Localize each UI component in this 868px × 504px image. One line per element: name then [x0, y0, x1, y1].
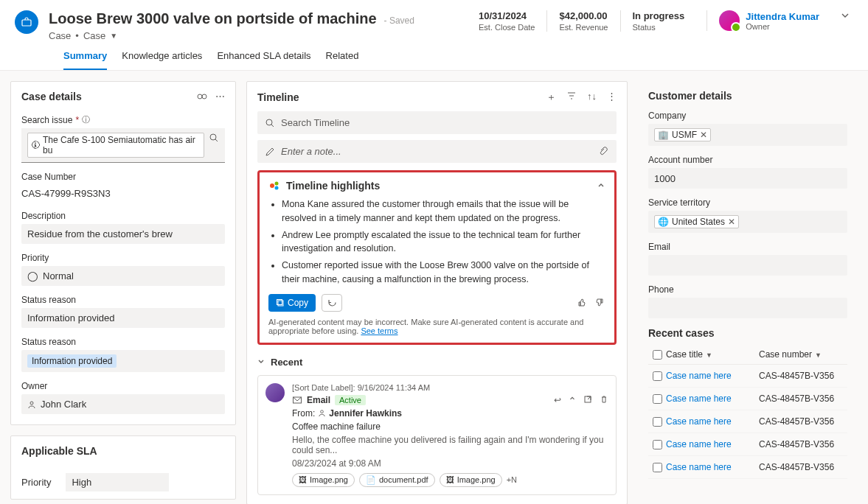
case-number-label: Case Number — [21, 172, 225, 182]
thumbs-down-button[interactable] — [594, 297, 605, 308]
metric: 10/31/2024Est. Close Date — [467, 10, 546, 32]
search-issue-input[interactable]: 🛈The Cafe S-100 Semiautomatic has air bu — [21, 128, 225, 163]
owner-block[interactable]: Jittendra Kumar Owner — [706, 10, 819, 31]
attach-icon[interactable] — [599, 147, 609, 157]
status-reason2-value[interactable]: Information provided — [21, 350, 225, 372]
refresh-button[interactable] — [322, 294, 342, 312]
ai-disclaimer: AI-generated content may be incorrect. M… — [268, 318, 605, 335]
row-checkbox[interactable] — [653, 440, 662, 449]
avatar — [265, 383, 285, 402]
row-checkbox[interactable] — [653, 463, 662, 472]
email-input[interactable] — [648, 255, 847, 276]
email-icon — [292, 395, 302, 405]
owner-label: Owner — [746, 22, 819, 31]
remove-chip: ✕ — [728, 217, 735, 227]
status-reason2-label: Status reason — [21, 337, 225, 347]
filter-button[interactable] — [566, 91, 577, 104]
timeline-email-item[interactable]: [Sort Date Label]: 9/16/2024 11:34 AM Em… — [257, 375, 617, 495]
tab-summary[interactable]: Summary — [63, 50, 107, 70]
case-link[interactable]: Case name here — [666, 416, 759, 427]
reply-button[interactable]: ↩ — [554, 395, 561, 405]
case-link[interactable]: Case name here — [666, 393, 759, 404]
expand-header-button[interactable] — [830, 10, 853, 21]
highlight-item: Customer reported issue with the Loose B… — [282, 259, 605, 287]
phone-label: Phone — [648, 284, 847, 295]
radio-icon: ◯ — [27, 270, 38, 281]
svg-point-1 — [198, 94, 202, 99]
col-header-number[interactable]: Case number▼ — [759, 349, 847, 360]
row-checkbox[interactable] — [653, 371, 662, 381]
avatar — [719, 10, 740, 31]
tab-related[interactable]: Related — [326, 50, 359, 70]
company-label: Company — [648, 111, 847, 121]
timeline-search[interactable]: Search Timeline — [257, 111, 617, 134]
attachment-chip[interactable]: 📄document.pdf — [359, 473, 435, 487]
case-number: CAS-48457B-V356 — [759, 371, 847, 381]
timeline-panel: Timeline ＋ ↑↓ ⋮ Search Timeline Enter a … — [246, 81, 628, 504]
copy-button[interactable]: Copy — [268, 294, 316, 312]
thumbs-up-button[interactable] — [576, 297, 587, 308]
svg-point-5 — [266, 119, 272, 125]
territory-label: Service territory — [648, 197, 847, 208]
open-button[interactable] — [583, 395, 592, 405]
highlight-item: Mona Kane assured the customer through e… — [282, 197, 605, 225]
col-header-title[interactable]: Case title▼ — [666, 349, 759, 360]
delete-button[interactable] — [600, 395, 608, 405]
attachments-more[interactable]: +N — [507, 475, 517, 484]
header-metrics: 10/31/2024Est. Close Date$42,000.00Est. … — [467, 10, 696, 32]
attachment-chip[interactable]: 🖼Image.png — [292, 473, 355, 487]
table-row: Case name hereCAS-48457B-V356 — [648, 388, 847, 410]
table-row: Case name hereCAS-48457B-V356 — [648, 410, 847, 433]
row-checkbox[interactable] — [653, 394, 662, 404]
attachment-chip[interactable]: 🖼Image.png — [440, 473, 502, 487]
more-button[interactable]: ⋮ — [607, 91, 617, 104]
add-button[interactable]: ＋ — [546, 91, 556, 104]
svg-point-2 — [202, 94, 206, 99]
copilot-icon — [268, 180, 280, 192]
sla-priority-value[interactable]: High — [66, 473, 169, 491]
territory-input[interactable]: 🌐United States✕ — [648, 211, 847, 233]
sort-date-label: [Sort Date Label]: 9/16/2024 11:34 AM — [292, 383, 608, 392]
chevron-down-icon: ▼ — [110, 32, 117, 40]
owner-value[interactable]: John Clark — [21, 394, 225, 414]
row-checkbox[interactable] — [653, 417, 662, 427]
tab-enhanced-sla-details[interactable]: Enhanced SLA details — [217, 50, 310, 70]
highlight-item: Andrew Lee promptly escalated the issue … — [282, 228, 605, 256]
see-terms-link[interactable]: See terms — [361, 326, 397, 335]
search-issue-label: Search issue*ⓘ — [21, 114, 225, 125]
case-number-value: CAS-47999-R9S3N3 — [21, 185, 225, 202]
more-icon[interactable]: ⋯ — [215, 91, 225, 102]
select-all-checkbox[interactable] — [653, 350, 662, 360]
person-icon — [27, 400, 36, 409]
description-value[interactable]: Residue from the customer's brew — [21, 224, 225, 244]
table-row: Case name hereCAS-48457B-V356 — [648, 365, 847, 388]
sla-panel: Applicable SLA Priority High — [10, 435, 236, 500]
case-link[interactable]: Case name here — [666, 462, 759, 472]
account-input[interactable]: 1000 — [648, 168, 847, 189]
email-subject: Coffee machine failure — [292, 421, 608, 432]
status-reason-value[interactable]: Information provided — [21, 308, 225, 328]
svg-point-8 — [275, 186, 279, 190]
svg-point-13 — [321, 410, 324, 413]
svg-point-6 — [270, 183, 274, 188]
search-icon[interactable] — [209, 133, 219, 143]
sort-button[interactable]: ↑↓ — [587, 91, 597, 104]
breadcrumb[interactable]: Case • Case ▼ — [49, 30, 456, 41]
case-number: CAS-48457B-V356 — [759, 439, 847, 449]
phone-input[interactable] — [648, 298, 847, 318]
timeline-note-input[interactable]: Enter a note... — [257, 140, 617, 163]
recent-section-toggle[interactable]: Recent — [257, 352, 617, 375]
relationship-icon[interactable] — [196, 91, 208, 102]
priority-value[interactable]: ◯ Normal — [21, 266, 225, 286]
company-input[interactable]: 🏢USMF✕ — [648, 124, 847, 146]
metric: $42,000.00Est. Revenue — [546, 10, 619, 32]
globe-icon: 🌐 — [658, 217, 669, 227]
status-reason-label: Status reason — [21, 295, 225, 305]
owner-label: Owner — [21, 381, 225, 391]
case-link[interactable]: Case name here — [666, 371, 759, 381]
tab-knowledge-articles[interactable]: Knowledge articles — [122, 50, 202, 70]
person-icon — [318, 409, 326, 417]
collapse-button[interactable] — [597, 181, 605, 190]
case-link[interactable]: Case name here — [666, 439, 759, 449]
reply-all-button[interactable] — [569, 395, 576, 405]
